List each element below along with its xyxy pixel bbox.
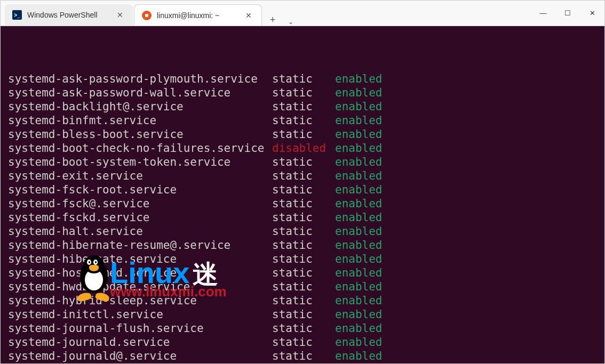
tab-powershell[interactable]: >_ Windows PowerShell ✕ xyxy=(5,4,133,26)
unit-preset: enabled xyxy=(335,100,383,114)
unit-name: systemd-initctl.service xyxy=(8,308,272,321)
service-row: systemd-backlight@.servicestaticenabled xyxy=(8,100,597,114)
service-row: systemd-ask-password-plymouth.servicesta… xyxy=(8,72,597,86)
unit-preset: enabled xyxy=(335,238,383,252)
minimize-button[interactable]: — xyxy=(531,1,555,26)
service-row: systemd-kexec.servicestaticenabled xyxy=(8,363,597,363)
unit-state: static xyxy=(272,155,335,169)
unit-state: static xyxy=(272,308,335,321)
close-icon[interactable]: ✕ xyxy=(115,10,125,20)
unit-name: systemd-bless-boot.service xyxy=(8,127,272,141)
service-row: systemd-initctl.servicestaticenabled xyxy=(8,308,597,321)
unit-name: systemd-ask-password-wall.service xyxy=(8,86,272,100)
unit-state: static xyxy=(272,86,335,100)
service-row: systemd-exit.servicestaticenabled xyxy=(8,169,597,183)
unit-state: static xyxy=(272,224,335,238)
unit-preset: enabled xyxy=(335,114,383,127)
unit-preset: enabled xyxy=(335,335,383,349)
unit-preset: enabled xyxy=(335,280,383,294)
unit-preset: enabled xyxy=(335,308,383,321)
unit-name: systemd-fsckd.service xyxy=(8,211,272,224)
unit-state: static xyxy=(272,114,335,127)
terminal-window: >_ Windows PowerShell ✕ linuxmi@linuxmi:… xyxy=(0,0,605,364)
unit-state: static xyxy=(272,363,335,363)
unit-preset: enabled xyxy=(335,155,383,169)
close-icon[interactable]: ✕ xyxy=(243,10,254,21)
unit-preset: enabled xyxy=(335,321,383,335)
unit-preset: enabled xyxy=(335,294,383,308)
unit-preset: enabled xyxy=(335,363,383,363)
unit-name: systemd-hibernate-resume@.service xyxy=(8,238,272,252)
unit-state: static xyxy=(272,100,335,114)
service-row: systemd-journald.servicestaticenabled xyxy=(8,335,597,349)
tab-dropdown-button[interactable]: ⌄ xyxy=(282,18,299,26)
unit-state: static xyxy=(272,211,335,224)
tab-label: linuxmi@linuxmi: ~ xyxy=(157,11,239,20)
unit-name: systemd-hostnamed.service xyxy=(8,266,272,280)
service-row: systemd-fsck@.servicestaticenabled xyxy=(8,197,597,211)
unit-name: systemd-halt.service xyxy=(8,224,272,238)
terminal-content[interactable]: systemd-ask-password-plymouth.servicesta… xyxy=(1,26,604,363)
unit-preset: enabled xyxy=(335,252,383,266)
service-row: systemd-fsckd.servicestaticenabled xyxy=(8,211,597,224)
unit-preset: enabled xyxy=(335,141,383,155)
unit-name: systemd-journal-flush.service xyxy=(8,321,272,335)
unit-name: systemd-fsck-root.service xyxy=(8,183,272,197)
unit-state: static xyxy=(272,238,335,252)
unit-state: static xyxy=(272,335,335,349)
unit-preset: enabled xyxy=(335,349,383,363)
tab-bar: >_ Windows PowerShell ✕ linuxmi@linuxmi:… xyxy=(1,1,531,26)
unit-preset: enabled xyxy=(335,86,383,100)
maximize-button[interactable]: ☐ xyxy=(555,1,580,26)
unit-preset: enabled xyxy=(335,169,383,183)
service-row: systemd-bless-boot.servicestaticenabled xyxy=(8,127,597,141)
new-tab-button[interactable]: + xyxy=(263,14,282,26)
service-row: systemd-hwdb-update.servicestaticenabled xyxy=(8,280,597,294)
unit-name: systemd-hibernate.service xyxy=(8,252,272,266)
unit-state: static xyxy=(272,252,335,266)
unit-name: systemd-exit.service xyxy=(8,169,272,183)
unit-state: static xyxy=(272,127,335,141)
unit-state: static xyxy=(272,294,335,308)
close-button[interactable]: ✕ xyxy=(580,1,604,26)
service-row: systemd-hybrid-sleep.servicestaticenable… xyxy=(8,294,597,308)
unit-name: systemd-boot-system-token.service xyxy=(8,155,272,169)
unit-name: systemd-ask-password-plymouth.service xyxy=(8,72,272,86)
unit-preset: enabled xyxy=(335,127,383,141)
tab-label: Windows PowerShell xyxy=(27,11,110,19)
unit-name: systemd-journald.service xyxy=(8,335,272,349)
unit-name: systemd-hwdb-update.service xyxy=(8,280,272,294)
unit-preset: enabled xyxy=(335,183,383,197)
tab-ubuntu[interactable]: linuxmi@linuxmi: ~ ✕ xyxy=(134,4,262,26)
unit-state: static xyxy=(272,280,335,294)
service-row: systemd-ask-password-wall.servicestatice… xyxy=(8,86,597,100)
service-row: systemd-hibernate.servicestaticenabled xyxy=(8,252,597,266)
powershell-icon: >_ xyxy=(12,10,22,20)
unit-name: systemd-binfmt.service xyxy=(8,114,272,127)
unit-state: static xyxy=(272,169,335,183)
unit-name: systemd-fsck@.service xyxy=(8,197,272,211)
titlebar: >_ Windows PowerShell ✕ linuxmi@linuxmi:… xyxy=(1,1,604,26)
service-row: systemd-boot-check-no-failures.servicedi… xyxy=(8,141,597,155)
unit-state: static xyxy=(272,349,335,363)
unit-name: systemd-hybrid-sleep.service xyxy=(8,294,272,308)
service-row: systemd-halt.servicestaticenabled xyxy=(8,224,597,238)
service-row: systemd-fsck-root.servicestaticenabled xyxy=(8,183,597,197)
unit-state: static xyxy=(272,266,335,280)
unit-name: systemd-journald@.service xyxy=(8,349,272,363)
service-row: systemd-boot-system-token.servicestatice… xyxy=(8,155,597,169)
service-row: systemd-binfmt.servicestaticenabled xyxy=(8,114,597,127)
unit-name: systemd-backlight@.service xyxy=(8,100,272,114)
unit-state: disabled xyxy=(272,141,335,155)
unit-state: static xyxy=(272,197,335,211)
unit-preset: enabled xyxy=(335,72,383,86)
unit-name: systemd-kexec.service xyxy=(8,363,272,363)
unit-name: systemd-boot-check-no-failures.service xyxy=(8,141,272,155)
unit-preset: enabled xyxy=(335,224,383,238)
unit-state: static xyxy=(272,183,335,197)
chevron-down-icon: ⌄ xyxy=(288,18,293,26)
service-row: systemd-hostnamed.servicestaticenabled xyxy=(8,266,597,280)
unit-preset: enabled xyxy=(335,211,383,224)
unit-state: static xyxy=(272,72,335,86)
service-row: systemd-journald@.servicestaticenabled xyxy=(8,349,597,363)
